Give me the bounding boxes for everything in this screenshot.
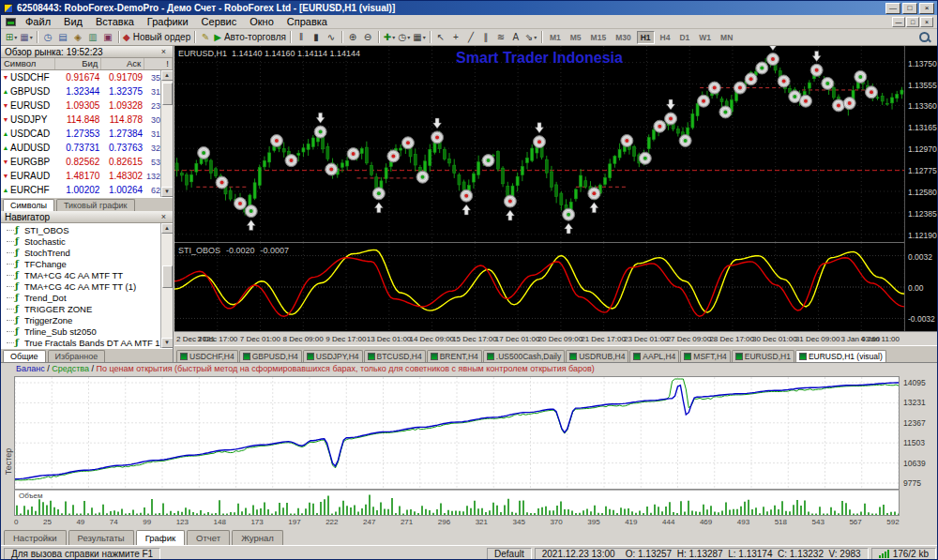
table-row-EURGBP[interactable]: ▼EURGBP0.825620.8261553 xyxy=(1,155,173,169)
data-window-button[interactable]: ▤ xyxy=(55,30,70,45)
column-header-3[interactable]: ! xyxy=(144,58,173,69)
trendline-button[interactable]: ╱ xyxy=(463,30,478,45)
indicators-button[interactable]: ✚▾ xyxy=(382,30,397,45)
menu-item-Файл[interactable]: Файл xyxy=(19,16,57,27)
navigator-item-StochTrend[interactable]: ƒStochTrend xyxy=(1,247,173,258)
navigator-item-TRIGGER-ZONE[interactable]: ƒTRIGGER ZONE xyxy=(1,303,173,314)
market-watch-scrollbar-thumb[interactable] xyxy=(162,83,173,105)
periods-button[interactable]: ◷▾ xyxy=(397,30,412,45)
navigator-item-TriggerZone[interactable]: ƒTriggerZone xyxy=(1,314,173,325)
column-header-2[interactable]: Аск xyxy=(101,58,144,69)
market-watch-scrollbar-down-arrow-icon[interactable]: ▼ xyxy=(161,187,174,197)
navigator-item-Stochastic[interactable]: ƒStochastic xyxy=(1,235,173,247)
menu-item-Справка[interactable]: Справка xyxy=(280,16,334,27)
arrows-button[interactable]: ⇘▾ xyxy=(523,30,538,45)
metaeditor-button[interactable]: ✎ xyxy=(198,30,213,45)
table-row-USDJPY[interactable]: ▼USDJPY114.848114.87830 xyxy=(1,113,173,127)
tester-tab-Результаты[interactable]: Результаты xyxy=(68,530,134,545)
chart-tab-10[interactable]: EURUSD,H1 (visual) xyxy=(795,350,886,362)
market-watch-close-icon[interactable]: × xyxy=(159,47,169,56)
timeframe-h1-button[interactable]: H1 xyxy=(637,31,655,44)
timeframe-w1-button[interactable]: W1 xyxy=(695,31,715,44)
timeframe-h4-button[interactable]: H4 xyxy=(657,31,674,44)
navigator-item-True-Fractals-Bands-DT-AA-MTF-1[interactable]: ƒTrue Fractals Bands DT AA MTF 1 xyxy=(1,337,173,348)
chart-tab-6[interactable]: USDRUB,H4 xyxy=(566,350,628,362)
terminal-button[interactable]: ▥ xyxy=(85,30,100,45)
chart-tab-9[interactable]: EURUSD,H1 xyxy=(732,350,794,362)
chart-tab-2[interactable]: USDJPY,H4 xyxy=(303,350,363,362)
navigator-scrollbar-up-arrow-icon[interactable]: ▲ xyxy=(161,223,174,234)
timeframe-mn-button[interactable]: MN xyxy=(717,31,736,44)
tester-tab-График[interactable]: График xyxy=(136,530,185,545)
crosshair-button[interactable]: + xyxy=(448,30,463,45)
price-chart[interactable] xyxy=(174,46,904,242)
column-header-1[interactable]: Бид xyxy=(55,58,102,69)
chart-tab-3[interactable]: BTCUSD,H4 xyxy=(364,350,426,362)
navigator-item-STI_OBOS[interactable]: ƒSTI_OBOS xyxy=(1,224,173,235)
sti-obos-indicator-chart[interactable] xyxy=(174,243,904,331)
timeframe-m30-button[interactable]: M30 xyxy=(612,31,635,44)
menu-item-Вид[interactable]: Вид xyxy=(57,16,89,27)
navigator-scrollbar[interactable]: ▲▼ xyxy=(160,223,173,348)
menu-item-Графики[interactable]: Графики xyxy=(141,16,195,27)
candlestick-button[interactable]: ▮ xyxy=(309,30,324,45)
market-watch-tab-1[interactable]: Тиковый график xyxy=(56,199,135,211)
time-axis[interactable]: 2 Dec 20213 Dec 17:007 Dec 01:008 Dec 09… xyxy=(174,331,938,345)
profiles-button[interactable]: ▦▾ xyxy=(19,30,34,45)
restore-button[interactable]: □ xyxy=(902,3,917,14)
table-row-USDCAD[interactable]: ▲USDCAD1.273531.2738431 xyxy=(1,127,173,141)
timeframe-m1-button[interactable]: M1 xyxy=(546,31,565,44)
text-button[interactable]: А xyxy=(508,30,523,45)
navigator-item-Trend_Dot[interactable]: ƒTrend_Dot xyxy=(1,292,173,303)
menu-item-Окно[interactable]: Окно xyxy=(243,16,280,27)
tester-volume-graph[interactable]: Объем xyxy=(14,490,900,516)
new-order-button[interactable]: ◆Новый ордер xyxy=(122,30,191,45)
navigator-item-TMA+CG-4C-AA-MTF-TT[interactable]: ƒTMA+CG 4C AA MTF TT xyxy=(1,269,173,280)
tester-tab-Настройки[interactable]: Настройки xyxy=(4,530,67,545)
bar-chart-button[interactable]: ǁ xyxy=(294,30,309,45)
navigator-close-icon[interactable]: × xyxy=(159,212,169,221)
search-icon[interactable] xyxy=(917,30,931,44)
column-header-0[interactable]: Символ xyxy=(1,58,55,69)
channel-button[interactable]: ∥ xyxy=(478,30,493,45)
chart-tab-7[interactable]: AAPL,H4 xyxy=(629,350,679,362)
market-watch-button[interactable]: ◷ xyxy=(40,30,55,45)
status-profile[interactable]: Default xyxy=(487,548,532,560)
market-watch-scrollbar[interactable]: ▲▼ xyxy=(160,70,173,197)
mdi-minimize-button[interactable]: — xyxy=(892,17,905,27)
line-chart-button[interactable]: ∿ xyxy=(324,30,339,45)
cursor-button[interactable]: ↖ xyxy=(433,30,448,45)
fibonacci-button[interactable]: ≋ xyxy=(493,30,508,45)
navigator-scrollbar-down-arrow-icon[interactable]: ▼ xyxy=(161,338,174,348)
navigator-tab-1[interactable]: Избранное xyxy=(48,350,106,362)
timeframe-m15-button[interactable]: M15 xyxy=(587,31,611,44)
zoom-out-button[interactable]: ⊖ xyxy=(360,30,375,45)
navigator-item-Trline_Sub-st2050[interactable]: ƒTrline_Sub st2050 xyxy=(1,325,173,337)
tester-balance-graph[interactable] xyxy=(14,376,900,490)
title-bar[interactable]: 62508443: RoboForex-DemoPro - Демо Счет … xyxy=(1,1,937,15)
mdi-restore-button[interactable]: □ xyxy=(906,17,919,27)
table-row-EURCHF[interactable]: ▲EURCHF1.002021.0026462 xyxy=(1,183,173,197)
menu-item-Вставка[interactable]: Вставка xyxy=(89,16,141,27)
table-row-AUDUSD[interactable]: ▲AUDUSD0.737310.7376332 xyxy=(1,141,173,155)
table-row-USDCHF[interactable]: ▼USDCHF0.916740.9170935 xyxy=(1,70,173,84)
navigator-scrollbar-thumb[interactable] xyxy=(162,265,173,288)
chart-tab-1[interactable]: GBPUSD,H4 xyxy=(239,350,302,362)
minimize-button[interactable]: — xyxy=(885,3,900,14)
chart-tab-0[interactable]: USDCHF,H4 xyxy=(176,350,238,362)
navigator-item-TMA+CG-4C-AA-MTF-TT-(1)[interactable]: ƒTMA+CG 4C AA MTF TT (1) xyxy=(1,280,173,292)
autotrading-button[interactable]: ▶Авто-торговля xyxy=(213,30,287,45)
chart-tab-4[interactable]: BRENT,H4 xyxy=(427,350,482,362)
price-scale[interactable]: 1.137501.135551.133601.131651.129701.127… xyxy=(904,46,938,331)
table-row-GBPUSD[interactable]: ▲GBPUSD1.323441.3237531 xyxy=(1,84,173,98)
navigator-tab-0[interactable]: Общие xyxy=(3,350,46,362)
market-watch-scrollbar-up-arrow-icon[interactable]: ▲ xyxy=(161,70,174,81)
table-row-EURUSD[interactable]: ▼EURUSD1.093051.0932823 xyxy=(1,98,173,113)
table-row-EURAUD[interactable]: ▼EURAUD1.481701.48302132 xyxy=(1,169,173,183)
close-button[interactable]: × xyxy=(919,3,934,14)
chart-tab-5[interactable]: .US500Cash,Daily xyxy=(483,350,565,362)
menu-item-Сервис[interactable]: Сервис xyxy=(195,16,244,27)
zoom-in-button[interactable]: ⊕ xyxy=(345,30,360,45)
chart-tab-8[interactable]: MSFT,H4 xyxy=(680,350,730,362)
timeframe-m5-button[interactable]: M5 xyxy=(567,31,585,44)
